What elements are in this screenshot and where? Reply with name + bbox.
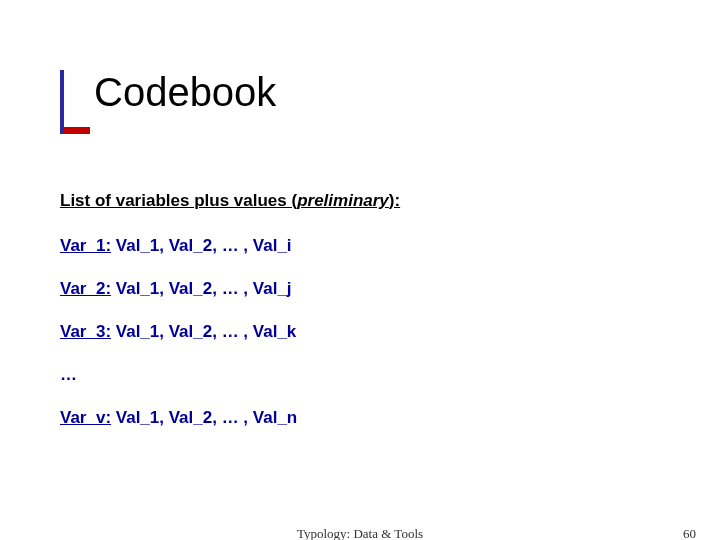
slide-title: Codebook <box>94 70 276 134</box>
var-values: Val_1, Val_2, … , Val_j <box>111 279 292 298</box>
var-label: Var_v: <box>60 408 111 427</box>
variable-row: Var_v: Val_1, Val_2, … , Val_n <box>60 407 660 430</box>
var-values: Val_1, Val_2, … , Val_i <box>111 236 292 255</box>
body-content: List of variables plus values (prelimina… <box>60 190 660 450</box>
var-values: Val_1, Val_2, … , Val_k <box>111 322 296 341</box>
title-red-accent <box>64 127 90 134</box>
subhead-suffix: ): <box>389 191 400 210</box>
slide: Codebook List of variables plus values (… <box>0 0 720 540</box>
page-number: 60 <box>683 526 696 540</box>
variable-row: Var_3: Val_1, Val_2, … , Val_k <box>60 321 660 344</box>
title-bar-accent <box>60 70 64 134</box>
subheading: List of variables plus values (prelimina… <box>60 190 660 213</box>
variable-row: Var_1: Val_1, Val_2, … , Val_i <box>60 235 660 258</box>
ellipsis-row: … <box>60 364 660 387</box>
title-block: Codebook <box>60 70 276 134</box>
var-values: Val_1, Val_2, … , Val_n <box>111 408 297 427</box>
variable-row: Var_2: Val_1, Val_2, … , Val_j <box>60 278 660 301</box>
var-label: Var_3: <box>60 322 111 341</box>
var-label: Var_1: <box>60 236 111 255</box>
var-label: Var_2: <box>60 279 111 298</box>
subhead-italic: preliminary <box>297 191 389 210</box>
footer-center-text: Typology: Data & Tools <box>0 526 720 540</box>
subhead-prefix: List of variables plus values ( <box>60 191 297 210</box>
